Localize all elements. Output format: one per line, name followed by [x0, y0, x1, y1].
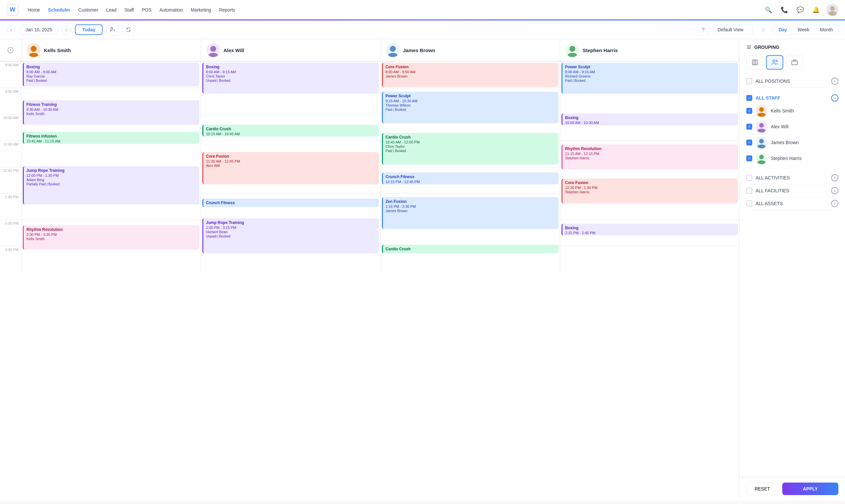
reset-button[interactable]: RESET [746, 483, 778, 495]
event-title: Core Fusion [565, 180, 735, 185]
james-event-powersculpt[interactable]: Power Sculpt 9:15 AM - 10:30 AM Thomas W… [382, 92, 559, 123]
james-event-zenfusion[interactable]: Zen Fusion 1:15 PM - 2:30 PM James Brown [382, 197, 559, 229]
stephen-schedule: Power Sculpt 8:00 AM - 9:15 AM Richard G… [560, 61, 739, 272]
james-event-corefusion[interactable]: Core Fusion 8:00 AM - 9:00 AM James Brow… [382, 63, 559, 87]
nav-staff[interactable]: Staff [124, 7, 134, 13]
all-facilities-expand[interactable]: + [831, 187, 839, 194]
nav-home[interactable]: Home [28, 7, 40, 13]
all-assets-expand[interactable]: + [831, 200, 839, 207]
time-slot-11am: 11:00 AM [0, 141, 21, 167]
stephen-event-corefusion[interactable]: Core Fusion 12:30 PM - 1:30 PM Stephen H… [561, 178, 738, 203]
nav-automation[interactable]: Automation [159, 7, 183, 13]
stephen-event-powersculpt[interactable]: Power Sculpt 8:00 AM - 9:15 AM Richard G… [561, 63, 738, 94]
event-title: Cardio Crush [386, 135, 556, 140]
nav-reports[interactable]: Reports [219, 7, 235, 13]
kells-event-infusion[interactable]: Fitness Infusion 10:45 AM - 11:15 AM [23, 132, 199, 144]
star-icon[interactable]: ☆ [757, 24, 769, 36]
all-activities-row[interactable]: ✓ ALL ACTIVITIES + [746, 172, 839, 184]
staff-item-kells[interactable]: ✓ Kells Smith [746, 103, 839, 119]
all-activities-expand[interactable]: + [831, 174, 839, 181]
stephen-event-boxing[interactable]: Boxing 10:00 AM - 10:30 AM [561, 113, 738, 125]
nav-marketing[interactable]: Marketing [191, 7, 211, 13]
event-trainer: Thomas Wilson [386, 103, 556, 107]
all-positions-checkbox[interactable]: ✓ [746, 78, 752, 84]
kells-event-jumprope[interactable]: Jump Rope Training 12:00 PM - 1:30 PM Ad… [23, 166, 199, 204]
nav-customer[interactable]: Customer [78, 7, 99, 13]
staff-col-stephen[interactable]: Stephen Harris [560, 39, 739, 61]
alex-item-name: Alex Will [771, 124, 789, 129]
staff-col-kells[interactable]: Kells Smith [21, 39, 201, 61]
all-positions-expand[interactable]: + [831, 77, 839, 85]
today-button[interactable]: Today [75, 24, 103, 35]
phone-icon[interactable]: 📞 [779, 5, 790, 15]
kells-item-name: Kells Smith [771, 108, 794, 113]
all-positions-row[interactable]: ✓ ALL POSITIONS + [746, 75, 839, 88]
alex-name: Alex Will [224, 48, 244, 53]
building-group-icon[interactable] [746, 55, 763, 70]
alex-event-corefusion[interactable]: Core Fusion 11:30 AM - 12:45 PM Alex Wil… [203, 152, 379, 184]
alex-event-boxing[interactable]: Boxing 8:00 AM - 9:15 AM Chris Taylor Un… [203, 63, 379, 94]
stephen-checkbox[interactable]: ✓ [746, 155, 752, 161]
kells-event-boxing[interactable]: Boxing 8:00 AM - 9:00 AM Ray Garcia Paid… [23, 63, 199, 86]
event-title: Boxing [565, 115, 735, 120]
all-facilities-row[interactable]: ✓ ALL FACILITIES + [746, 184, 839, 197]
svg-point-16 [567, 53, 577, 57]
kells-event-fitness[interactable]: Fitness Training 9:30 AM - 10:30 AM Kell… [23, 100, 199, 125]
kells-event-rhythm[interactable]: Rhythm Revolution 2:30 PM - 3:30 PM Kell… [23, 225, 199, 250]
week-view-button[interactable]: Week [793, 25, 815, 34]
alex-event-crunch[interactable]: Crunch Fitness [203, 199, 379, 207]
james-event-cardio2[interactable]: Cardio Crush [382, 245, 559, 253]
time-slot-1pm: 1:00 PM [0, 193, 21, 220]
alex-checkbox[interactable]: ✓ [746, 124, 752, 130]
staff-group-icon[interactable] [766, 55, 783, 70]
alex-event-jumprope[interactable]: Jump Rope Training 2:00 PM - 3:15 PM Her… [203, 218, 379, 253]
james-event-cardiocrush[interactable]: Cardio Crush 10:45 AM - 12:00 PM Chris T… [382, 133, 559, 165]
event-time: 8:00 AM - 9:00 AM [27, 70, 197, 74]
james-checkbox[interactable]: ✓ [746, 140, 752, 145]
default-view-select[interactable]: Default View [713, 25, 753, 35]
user-avatar[interactable] [827, 4, 839, 16]
all-staff-collapse[interactable]: − [831, 94, 839, 102]
day-view-button[interactable]: Day [773, 25, 793, 34]
svg-point-12 [208, 53, 218, 57]
next-arrow[interactable]: › [62, 25, 71, 34]
event-status: Unpaid | Booked [206, 79, 376, 83]
james-event-crunch[interactable]: Crunch Fitness 12:15 PM - 12:45 PM [382, 173, 559, 184]
all-assets-checkbox[interactable]: ✓ [746, 200, 752, 206]
notifications-icon[interactable]: 🔔 [811, 5, 821, 15]
resource-group-icon[interactable] [786, 55, 803, 70]
svg-point-26 [759, 107, 764, 112]
stephen-name: Stephen Harris [583, 48, 618, 53]
stephen-event-rhythm[interactable]: Rhythm Revolution 11:15 AM - 12:15 PM St… [561, 144, 738, 169]
all-staff-header[interactable]: ✓ ALL STAFF − [746, 93, 839, 103]
all-activities-checkbox[interactable]: ✓ [746, 175, 752, 181]
add-staff-icon[interactable] [107, 24, 119, 36]
staff-col-james[interactable]: James Brown [380, 39, 560, 61]
event-title: Fitness Infusion [27, 134, 197, 139]
search-icon[interactable]: 🔍 [763, 5, 774, 15]
nav-scheduler[interactable]: Scheduler [48, 7, 70, 13]
staff-item-stephen[interactable]: ✓ Stephen Harris [746, 150, 839, 166]
alex-event-cardio[interactable]: Cardio Crush 10:15 AM - 10:45 AM [203, 125, 379, 137]
filter-icon[interactable] [698, 24, 709, 36]
whatsapp-icon[interactable]: 💬 [795, 5, 805, 15]
stephen-event-boxing2[interactable]: Boxing 2:15 PM - 2:45 PM [561, 223, 738, 235]
staff-item-alex[interactable]: ✓ Alex Will [746, 119, 839, 134]
all-facilities-checkbox[interactable]: ✓ [746, 188, 752, 194]
kells-checkbox[interactable]: ✓ [746, 108, 752, 114]
all-staff-checkbox[interactable]: ✓ [746, 95, 752, 101]
current-date[interactable]: Jan 10, 2025 [20, 25, 58, 35]
prev-arrow[interactable]: ‹ [6, 25, 16, 34]
event-time: 10:00 AM - 10:30 AM [565, 121, 735, 125]
refresh-icon[interactable] [122, 24, 134, 36]
staff-col-alex[interactable]: Alex Will [201, 39, 380, 61]
nav-pos[interactable]: POS [142, 7, 152, 13]
staff-item-james[interactable]: ✓ James Brown [746, 134, 839, 150]
right-panel: GROUPING ✓ ALL POSITIONS + ✓ ALL STAFF [739, 39, 845, 500]
all-assets-row[interactable]: ✓ ALL ASSETS + [746, 197, 839, 210]
svg-rect-25 [792, 61, 797, 65]
apply-button[interactable]: APPLY [782, 483, 839, 495]
nav-lead[interactable]: Lead [106, 7, 117, 13]
event-title: Crunch Fitness [386, 175, 556, 179]
month-view-button[interactable]: Month [815, 25, 838, 34]
